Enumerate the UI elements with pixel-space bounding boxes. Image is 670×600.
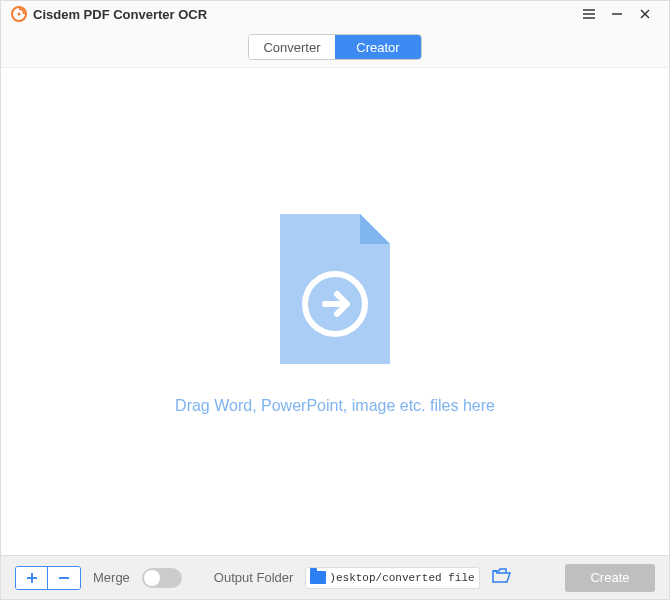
- minimize-button[interactable]: [603, 4, 631, 24]
- merge-toggle[interactable]: [142, 568, 182, 588]
- footer-bar: Merge Output Folder )esktop/converted fi…: [1, 555, 669, 599]
- remove-file-button[interactable]: [48, 567, 80, 589]
- output-folder-label: Output Folder: [214, 570, 294, 585]
- drop-hint-text: Drag Word, PowerPoint, image etc. files …: [175, 397, 495, 415]
- tab-creator[interactable]: Creator: [335, 35, 421, 59]
- merge-label: Merge: [93, 570, 130, 585]
- folder-icon: [310, 571, 326, 584]
- add-remove-group: [15, 566, 81, 590]
- drop-zone[interactable]: Drag Word, PowerPoint, image etc. files …: [1, 67, 669, 555]
- app-logo-icon: [11, 6, 27, 22]
- output-path-box[interactable]: )esktop/converted file: [305, 567, 479, 589]
- create-button[interactable]: Create: [565, 564, 655, 592]
- close-button[interactable]: [631, 4, 659, 24]
- file-drop-icon: [270, 209, 400, 373]
- toggle-knob: [144, 570, 160, 586]
- app-title: Cisdem PDF Converter OCR: [33, 7, 207, 22]
- output-path-text: )esktop/converted file: [329, 572, 474, 584]
- svg-point-1: [18, 13, 21, 16]
- title-bar: Cisdem PDF Converter OCR: [1, 1, 669, 27]
- browse-folder-icon[interactable]: [492, 568, 512, 588]
- add-file-button[interactable]: [16, 567, 48, 589]
- mode-tab-row: Converter Creator: [1, 27, 669, 67]
- mode-tab-group: Converter Creator: [248, 34, 422, 60]
- tab-converter[interactable]: Converter: [249, 35, 335, 59]
- menu-icon[interactable]: [575, 4, 603, 24]
